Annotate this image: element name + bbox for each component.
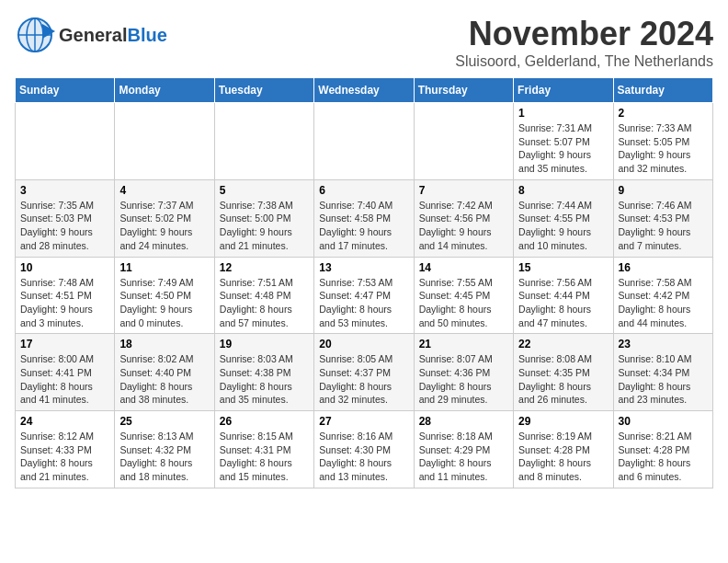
day-info: Sunrise: 8:18 AM Sunset: 4:29 PM Dayligh… bbox=[419, 430, 508, 484]
day-number: 18 bbox=[119, 338, 209, 350]
day-info: Sunrise: 8:13 AM Sunset: 4:32 PM Dayligh… bbox=[119, 430, 209, 484]
day-info: Sunrise: 7:33 AM Sunset: 5:05 PM Dayligh… bbox=[619, 121, 708, 176]
calendar-cell: 13Sunrise: 7:53 AM Sunset: 4:47 PM Dayli… bbox=[314, 257, 414, 334]
calendar-table: SundayMondayTuesdayWednesdayThursdayFrid… bbox=[15, 77, 713, 488]
day-number: 28 bbox=[419, 415, 508, 428]
calendar-cell: 20Sunrise: 8:05 AM Sunset: 4:37 PM Dayli… bbox=[314, 334, 414, 411]
calendar-cell: 17Sunrise: 8:00 AM Sunset: 4:41 PM Dayli… bbox=[16, 334, 115, 411]
calendar-cell bbox=[115, 103, 214, 180]
day-info: Sunrise: 8:10 AM Sunset: 4:34 PM Dayligh… bbox=[619, 352, 708, 407]
day-info: Sunrise: 7:56 AM Sunset: 4:44 PM Dayligh… bbox=[518, 276, 608, 330]
calendar-cell: 15Sunrise: 7:56 AM Sunset: 4:44 PM Dayli… bbox=[514, 257, 613, 334]
day-number: 30 bbox=[619, 415, 708, 428]
logo-general: General bbox=[59, 25, 127, 45]
page-header: GeneralBlue November 2024 Sluisoord, Gel… bbox=[15, 15, 713, 70]
day-number: 13 bbox=[319, 261, 408, 274]
calendar-cell: 27Sunrise: 8:16 AM Sunset: 4:30 PM Dayli… bbox=[314, 411, 414, 488]
title-section: November 2024 Sluisoord, Gelderland, The… bbox=[455, 15, 713, 70]
day-info: Sunrise: 7:49 AM Sunset: 4:50 PM Dayligh… bbox=[119, 276, 209, 330]
day-number: 29 bbox=[518, 415, 608, 428]
day-number: 4 bbox=[119, 184, 209, 197]
day-number: 23 bbox=[619, 338, 708, 350]
day-info: Sunrise: 7:35 AM Sunset: 5:03 PM Dayligh… bbox=[20, 199, 109, 253]
calendar-cell: 1Sunrise: 7:31 AM Sunset: 5:07 PM Daylig… bbox=[514, 103, 613, 180]
day-number: 17 bbox=[20, 338, 109, 350]
weekday-header-thursday: Thursday bbox=[414, 78, 513, 103]
day-number: 10 bbox=[20, 261, 109, 274]
weekday-header-row: SundayMondayTuesdayWednesdayThursdayFrid… bbox=[16, 78, 713, 103]
day-info: Sunrise: 7:31 AM Sunset: 5:07 PM Dayligh… bbox=[518, 121, 608, 176]
month-title: November 2024 bbox=[455, 15, 713, 53]
calendar-week-row: 10Sunrise: 7:48 AM Sunset: 4:51 PM Dayli… bbox=[16, 257, 713, 334]
day-number: 27 bbox=[319, 415, 408, 428]
day-number: 11 bbox=[119, 261, 209, 274]
calendar-cell: 18Sunrise: 8:02 AM Sunset: 4:40 PM Dayli… bbox=[115, 334, 214, 411]
calendar-cell: 14Sunrise: 7:55 AM Sunset: 4:45 PM Dayli… bbox=[414, 257, 513, 334]
day-number: 3 bbox=[20, 184, 109, 197]
logo: GeneralBlue bbox=[15, 15, 167, 55]
day-info: Sunrise: 7:40 AM Sunset: 4:58 PM Dayligh… bbox=[319, 199, 408, 253]
calendar-cell: 24Sunrise: 8:12 AM Sunset: 4:33 PM Dayli… bbox=[16, 411, 115, 488]
calendar-cell: 28Sunrise: 8:18 AM Sunset: 4:29 PM Dayli… bbox=[414, 411, 513, 488]
calendar-cell: 30Sunrise: 8:21 AM Sunset: 4:28 PM Dayli… bbox=[613, 411, 712, 488]
calendar-cell: 9Sunrise: 7:46 AM Sunset: 4:53 PM Daylig… bbox=[613, 179, 712, 257]
calendar-week-row: 3Sunrise: 7:35 AM Sunset: 5:03 PM Daylig… bbox=[16, 179, 713, 257]
calendar-cell: 29Sunrise: 8:19 AM Sunset: 4:28 PM Dayli… bbox=[514, 411, 613, 488]
day-info: Sunrise: 7:37 AM Sunset: 5:02 PM Dayligh… bbox=[119, 199, 209, 253]
day-number: 21 bbox=[419, 338, 508, 350]
calendar-cell: 26Sunrise: 8:15 AM Sunset: 4:31 PM Dayli… bbox=[214, 411, 313, 488]
day-info: Sunrise: 7:48 AM Sunset: 4:51 PM Dayligh… bbox=[20, 276, 109, 330]
day-info: Sunrise: 8:00 AM Sunset: 4:41 PM Dayligh… bbox=[20, 352, 109, 407]
calendar-cell: 10Sunrise: 7:48 AM Sunset: 4:51 PM Dayli… bbox=[16, 257, 115, 334]
day-number: 5 bbox=[220, 184, 309, 197]
day-info: Sunrise: 7:44 AM Sunset: 4:55 PM Dayligh… bbox=[518, 199, 608, 253]
day-number: 8 bbox=[518, 184, 608, 197]
calendar-cell bbox=[16, 103, 115, 180]
day-number: 12 bbox=[220, 261, 309, 274]
calendar-cell: 3Sunrise: 7:35 AM Sunset: 5:03 PM Daylig… bbox=[16, 179, 115, 257]
day-info: Sunrise: 8:16 AM Sunset: 4:30 PM Dayligh… bbox=[319, 430, 408, 484]
day-info: Sunrise: 8:03 AM Sunset: 4:38 PM Dayligh… bbox=[220, 352, 309, 407]
calendar-week-row: 1Sunrise: 7:31 AM Sunset: 5:07 PM Daylig… bbox=[16, 103, 713, 180]
day-number: 14 bbox=[419, 261, 508, 274]
day-number: 26 bbox=[220, 415, 309, 428]
day-number: 2 bbox=[619, 107, 708, 120]
day-number: 24 bbox=[20, 415, 109, 428]
weekday-header-saturday: Saturday bbox=[613, 78, 712, 103]
day-info: Sunrise: 7:38 AM Sunset: 5:00 PM Dayligh… bbox=[220, 199, 309, 253]
day-info: Sunrise: 7:46 AM Sunset: 4:53 PM Dayligh… bbox=[619, 199, 708, 253]
calendar-cell: 7Sunrise: 7:42 AM Sunset: 4:56 PM Daylig… bbox=[414, 179, 513, 257]
calendar-week-row: 24Sunrise: 8:12 AM Sunset: 4:33 PM Dayli… bbox=[16, 411, 713, 488]
day-info: Sunrise: 7:51 AM Sunset: 4:48 PM Dayligh… bbox=[220, 276, 309, 330]
calendar-cell bbox=[214, 103, 313, 180]
weekday-header-tuesday: Tuesday bbox=[214, 78, 313, 103]
day-info: Sunrise: 7:53 AM Sunset: 4:47 PM Dayligh… bbox=[319, 276, 408, 330]
weekday-header-sunday: Sunday bbox=[16, 78, 115, 103]
calendar-cell: 21Sunrise: 8:07 AM Sunset: 4:36 PM Dayli… bbox=[414, 334, 513, 411]
calendar-cell: 8Sunrise: 7:44 AM Sunset: 4:55 PM Daylig… bbox=[514, 179, 613, 257]
weekday-header-friday: Friday bbox=[514, 78, 613, 103]
calendar-cell bbox=[314, 103, 414, 180]
day-number: 1 bbox=[518, 107, 608, 120]
calendar-cell: 11Sunrise: 7:49 AM Sunset: 4:50 PM Dayli… bbox=[115, 257, 214, 334]
calendar-cell: 12Sunrise: 7:51 AM Sunset: 4:48 PM Dayli… bbox=[214, 257, 313, 334]
calendar-cell: 19Sunrise: 8:03 AM Sunset: 4:38 PM Dayli… bbox=[214, 334, 313, 411]
logo-blue: Blue bbox=[127, 25, 166, 45]
calendar-cell: 2Sunrise: 7:33 AM Sunset: 5:05 PM Daylig… bbox=[613, 103, 712, 180]
day-info: Sunrise: 8:07 AM Sunset: 4:36 PM Dayligh… bbox=[419, 352, 508, 407]
day-number: 19 bbox=[220, 338, 309, 350]
logo-globe-icon bbox=[15, 15, 55, 55]
day-info: Sunrise: 7:42 AM Sunset: 4:56 PM Dayligh… bbox=[419, 199, 508, 253]
calendar-cell: 5Sunrise: 7:38 AM Sunset: 5:00 PM Daylig… bbox=[214, 179, 313, 257]
day-number: 9 bbox=[619, 184, 708, 197]
calendar-cell: 23Sunrise: 8:10 AM Sunset: 4:34 PM Dayli… bbox=[613, 334, 712, 411]
day-info: Sunrise: 8:08 AM Sunset: 4:35 PM Dayligh… bbox=[518, 352, 608, 407]
day-info: Sunrise: 7:58 AM Sunset: 4:42 PM Dayligh… bbox=[619, 276, 708, 330]
day-info: Sunrise: 8:15 AM Sunset: 4:31 PM Dayligh… bbox=[220, 430, 309, 484]
calendar-cell: 16Sunrise: 7:58 AM Sunset: 4:42 PM Dayli… bbox=[613, 257, 712, 334]
calendar-cell: 22Sunrise: 8:08 AM Sunset: 4:35 PM Dayli… bbox=[514, 334, 613, 411]
day-info: Sunrise: 7:55 AM Sunset: 4:45 PM Dayligh… bbox=[419, 276, 508, 330]
day-number: 16 bbox=[619, 261, 708, 274]
calendar-cell bbox=[414, 103, 513, 180]
day-number: 7 bbox=[419, 184, 508, 197]
